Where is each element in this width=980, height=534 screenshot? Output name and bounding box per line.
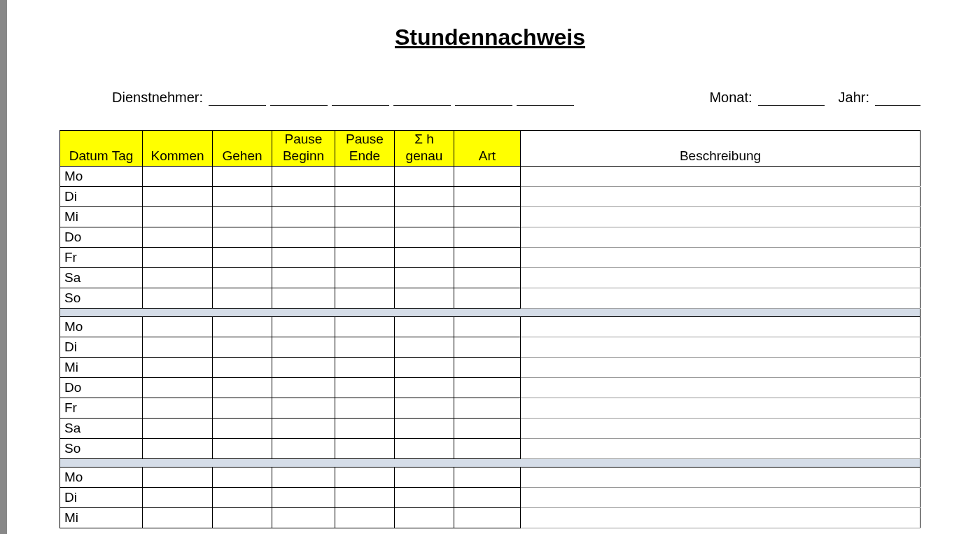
cell-pause-ende[interactable] bbox=[335, 247, 395, 267]
employee-field-4[interactable] bbox=[393, 89, 451, 106]
cell-kommen[interactable] bbox=[143, 438, 213, 458]
cell-beschreibung[interactable] bbox=[521, 487, 920, 507]
cell-pause-beginn[interactable] bbox=[272, 267, 335, 288]
cell-datum-tag[interactable]: Di bbox=[60, 487, 143, 507]
cell-art[interactable] bbox=[454, 487, 521, 507]
cell-sum-h[interactable] bbox=[395, 247, 454, 267]
cell-datum-tag[interactable]: Fr bbox=[60, 398, 143, 418]
cell-beschreibung[interactable] bbox=[521, 418, 920, 438]
cell-datum-tag[interactable]: Sa bbox=[60, 418, 143, 438]
cell-pause-ende[interactable] bbox=[335, 166, 395, 186]
cell-sum-h[interactable] bbox=[395, 377, 454, 398]
cell-art[interactable] bbox=[454, 507, 521, 528]
cell-pause-ende[interactable] bbox=[335, 186, 395, 206]
cell-beschreibung[interactable] bbox=[521, 247, 920, 267]
month-field[interactable] bbox=[758, 89, 825, 106]
cell-beschreibung[interactable] bbox=[521, 316, 920, 337]
cell-datum-tag[interactable]: Sa bbox=[60, 267, 143, 288]
cell-sum-h[interactable] bbox=[395, 487, 454, 507]
cell-datum-tag[interactable]: So bbox=[60, 288, 143, 308]
cell-beschreibung[interactable] bbox=[521, 288, 920, 308]
cell-pause-ende[interactable] bbox=[335, 357, 395, 377]
cell-datum-tag[interactable]: Fr bbox=[60, 247, 143, 267]
cell-beschreibung[interactable] bbox=[521, 398, 920, 418]
cell-datum-tag[interactable]: Di bbox=[60, 337, 143, 357]
cell-kommen[interactable] bbox=[143, 166, 213, 186]
cell-pause-beginn[interactable] bbox=[272, 337, 335, 357]
cell-sum-h[interactable] bbox=[395, 507, 454, 528]
cell-sum-h[interactable] bbox=[395, 438, 454, 458]
cell-gehen[interactable] bbox=[213, 166, 272, 186]
cell-kommen[interactable] bbox=[143, 507, 213, 528]
cell-kommen[interactable] bbox=[143, 487, 213, 507]
cell-kommen[interactable] bbox=[143, 267, 213, 288]
cell-gehen[interactable] bbox=[213, 206, 272, 227]
cell-art[interactable] bbox=[454, 337, 521, 357]
cell-beschreibung[interactable] bbox=[521, 507, 920, 528]
cell-pause-ende[interactable] bbox=[335, 316, 395, 337]
cell-gehen[interactable] bbox=[213, 467, 272, 487]
cell-pause-ende[interactable] bbox=[335, 288, 395, 308]
cell-kommen[interactable] bbox=[143, 247, 213, 267]
cell-art[interactable] bbox=[454, 438, 521, 458]
cell-datum-tag[interactable]: Mo bbox=[60, 467, 143, 487]
cell-gehen[interactable] bbox=[213, 316, 272, 337]
cell-art[interactable] bbox=[454, 267, 521, 288]
cell-gehen[interactable] bbox=[213, 227, 272, 247]
cell-sum-h[interactable] bbox=[395, 418, 454, 438]
cell-sum-h[interactable] bbox=[395, 357, 454, 377]
cell-beschreibung[interactable] bbox=[521, 337, 920, 357]
cell-gehen[interactable] bbox=[213, 267, 272, 288]
cell-beschreibung[interactable] bbox=[521, 186, 920, 206]
cell-pause-beginn[interactable] bbox=[272, 467, 335, 487]
cell-pause-beginn[interactable] bbox=[272, 206, 335, 227]
cell-pause-ende[interactable] bbox=[335, 337, 395, 357]
cell-datum-tag[interactable]: Do bbox=[60, 377, 143, 398]
cell-gehen[interactable] bbox=[213, 438, 272, 458]
cell-beschreibung[interactable] bbox=[521, 438, 920, 458]
cell-beschreibung[interactable] bbox=[521, 357, 920, 377]
cell-gehen[interactable] bbox=[213, 377, 272, 398]
employee-field-2[interactable] bbox=[270, 89, 328, 106]
cell-art[interactable] bbox=[454, 206, 521, 227]
cell-pause-beginn[interactable] bbox=[272, 166, 335, 186]
cell-gehen[interactable] bbox=[213, 288, 272, 308]
cell-art[interactable] bbox=[454, 467, 521, 487]
cell-pause-ende[interactable] bbox=[335, 206, 395, 227]
cell-datum-tag[interactable]: Mi bbox=[60, 206, 143, 227]
cell-pause-ende[interactable] bbox=[335, 467, 395, 487]
cell-pause-beginn[interactable] bbox=[272, 487, 335, 507]
cell-pause-beginn[interactable] bbox=[272, 507, 335, 528]
cell-gehen[interactable] bbox=[213, 507, 272, 528]
cell-art[interactable] bbox=[454, 186, 521, 206]
cell-datum-tag[interactable]: So bbox=[60, 438, 143, 458]
cell-art[interactable] bbox=[454, 247, 521, 267]
cell-gehen[interactable] bbox=[213, 186, 272, 206]
year-field[interactable] bbox=[875, 89, 920, 106]
cell-pause-ende[interactable] bbox=[335, 438, 395, 458]
cell-pause-beginn[interactable] bbox=[272, 418, 335, 438]
cell-kommen[interactable] bbox=[143, 206, 213, 227]
cell-kommen[interactable] bbox=[143, 357, 213, 377]
cell-sum-h[interactable] bbox=[395, 288, 454, 308]
cell-beschreibung[interactable] bbox=[521, 227, 920, 247]
cell-pause-beginn[interactable] bbox=[272, 438, 335, 458]
cell-beschreibung[interactable] bbox=[521, 166, 920, 186]
cell-kommen[interactable] bbox=[143, 227, 213, 247]
cell-pause-ende[interactable] bbox=[335, 418, 395, 438]
cell-sum-h[interactable] bbox=[395, 337, 454, 357]
cell-gehen[interactable] bbox=[213, 487, 272, 507]
cell-sum-h[interactable] bbox=[395, 398, 454, 418]
cell-sum-h[interactable] bbox=[395, 267, 454, 288]
employee-field-1[interactable] bbox=[209, 89, 266, 106]
cell-beschreibung[interactable] bbox=[521, 206, 920, 227]
cell-gehen[interactable] bbox=[213, 247, 272, 267]
cell-art[interactable] bbox=[454, 166, 521, 186]
cell-pause-ende[interactable] bbox=[335, 227, 395, 247]
cell-datum-tag[interactable]: Do bbox=[60, 227, 143, 247]
cell-datum-tag[interactable]: Mo bbox=[60, 316, 143, 337]
cell-kommen[interactable] bbox=[143, 316, 213, 337]
cell-pause-ende[interactable] bbox=[335, 507, 395, 528]
cell-sum-h[interactable] bbox=[395, 206, 454, 227]
cell-datum-tag[interactable]: Di bbox=[60, 186, 143, 206]
